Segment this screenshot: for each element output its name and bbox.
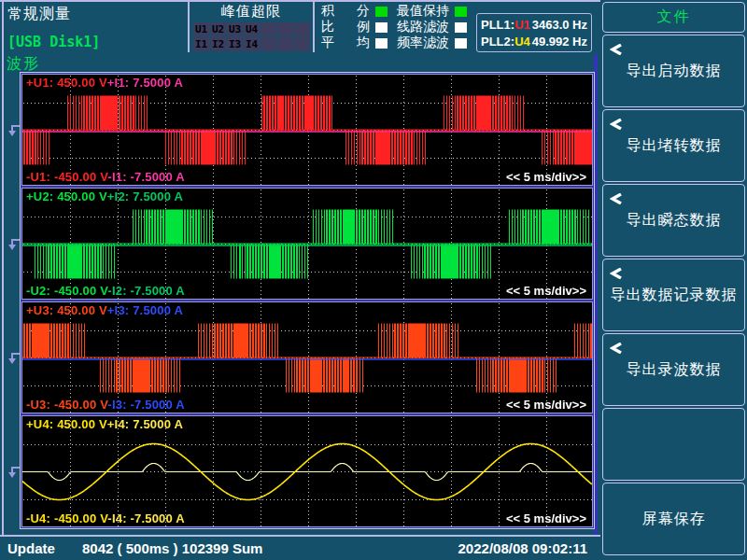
waveform-area: +U1: 450.00 V+I1: 7.5000 A-U1: -450.00 V…	[3, 72, 595, 529]
sidebar-button-label: 导出启动数据	[627, 62, 722, 81]
sidebar-button-屏幕保存[interactable]: 屏幕保存	[602, 483, 745, 555]
peak-cell-u3: U3	[227, 22, 243, 36]
toggle-column-right: 最值保持线路滤波频率滤波	[397, 5, 467, 52]
toggle-checkbox[interactable]	[455, 22, 467, 33]
channel-scale-label-top-u2i2: +U2: 450.00 V+I2: 7.5000 A	[26, 189, 183, 203]
chevron-left-icon	[610, 42, 623, 59]
channel-zero-marker-icon	[7, 351, 21, 366]
sidebar-button-导出录波数据[interactable]: 导出录波数据	[602, 333, 745, 406]
peak-cell-u4: U4	[244, 22, 260, 36]
pll2-value: 49.992 Hz	[532, 35, 587, 49]
channel-scale-label-bot-u2i2: -U2: -450.00 V-I2: -7.5000 A	[26, 284, 185, 298]
toggle-column-left: 积分比例平均	[321, 5, 388, 52]
waveform-panel-u3i3: +U3: 450.00 V+I3: 7.5000 A-U3: -450.00 V…	[21, 301, 593, 413]
peak-cell-empty	[294, 22, 310, 36]
channel-scale-label-bot-u3i3: -U3: -450.00 V-I3: -7.5000 A	[26, 398, 185, 412]
waveform-canvas-u4i4	[22, 416, 592, 526]
peak-cell-i2: I2	[210, 37, 226, 51]
pll2-source: U4	[514, 35, 530, 49]
chevron-left-icon	[610, 341, 623, 357]
waveform-panel-u2i2: +U2: 450.00 V+I2: 7.5000 A-U2: -450.00 V…	[21, 188, 593, 300]
toggle-checkbox[interactable]	[375, 38, 388, 49]
waveform-canvas-u1i1	[22, 75, 592, 185]
chevron-left-icon	[610, 191, 623, 208]
chevron-left-icon	[610, 117, 623, 133]
function-key-sidebar: 文件 导出启动数据导出堵转数据导出瞬态数据导出数据记录数据导出录波数据屏幕保存	[602, 2, 745, 557]
toggle-label: 最值保持	[397, 3, 449, 20]
peak-cell-i3: I3	[227, 37, 243, 51]
sidebar-button-导出数据记录数据[interactable]: 导出数据记录数据	[602, 259, 745, 331]
sidebar-button-label: 导出数据记录数据	[611, 286, 738, 305]
time-per-div-label: << 5 ms/div>>	[506, 170, 586, 184]
header-left-block: 常规测量 [USB Disk1]	[4, 2, 187, 52]
sidebar-menu-title[interactable]: 文件	[602, 2, 745, 33]
toggle-checkbox[interactable]	[455, 7, 467, 17]
sidebar-button-label: 屏幕保存	[642, 510, 706, 529]
channel-zero-marker-icon	[7, 237, 21, 252]
toggle-label: 平均	[321, 35, 370, 51]
toggle-checkbox[interactable]	[375, 7, 388, 17]
toggle-label: 频率滤波	[397, 35, 449, 51]
pll1-value: 3463.0 Hz	[532, 18, 587, 32]
toggle-row: 最值保持	[397, 5, 467, 18]
peak-indicator-row: U1U2U3U4	[192, 22, 312, 37]
peak-cell-empty	[277, 22, 293, 36]
toggle-checkbox[interactable]	[455, 38, 467, 49]
toggle-row: 线路滤波	[397, 21, 467, 34]
sidebar-button-导出启动数据[interactable]: 导出启动数据	[602, 35, 745, 107]
view-mode-label: 波形	[7, 54, 40, 74]
header-bar: 常规测量 [USB Disk1] 峰值超限 U1U2U3U4I1I2I3I4 积…	[4, 2, 600, 52]
channel-scale-label-bot-u1i1: -U1: -450.00 V-I1: -7.5000 A	[26, 170, 185, 184]
channel-zero-marker-icon	[7, 123, 21, 138]
sidebar-button-label: 导出录波数据	[627, 360, 722, 380]
channel-scale-label-top-u4i4: +U4: 450.00 V+I4: 7.5000 A	[26, 417, 183, 431]
toggle-row: 积分	[321, 5, 388, 18]
waveform-panel-u1i1: +U1: 450.00 V+I1: 7.5000 A-U1: -450.00 V…	[21, 74, 593, 186]
peak-indicator-grid: U1U2U3U4I1I2I3I4	[192, 22, 312, 52]
peak-cell-empty	[261, 22, 276, 36]
time-per-div-label: << 5 ms/div>>	[506, 284, 586, 298]
peak-cell-empty	[294, 37, 310, 51]
time-per-div-label: << 5 ms/div>>	[506, 511, 586, 525]
measure-mode-title: 常规测量	[7, 5, 183, 24]
peak-over-limit-block: 峰值超限 U1U2U3U4I1I2I3I4	[190, 2, 312, 52]
pll1-label: PLL1:	[481, 18, 514, 32]
waveform-panel-stack: +U1: 450.00 V+I1: 7.5000 A-U1: -450.00 V…	[20, 72, 595, 529]
sidebar-button-empty[interactable]	[602, 408, 745, 481]
status-bar: Update 8042 ( 500ms ) 102399 Sum 2022/08…	[0, 537, 600, 560]
toggle-label: 比例	[321, 19, 370, 35]
peak-cell-u1: U1	[193, 22, 209, 36]
usb-disk-status: [USB Disk1]	[7, 34, 183, 50]
sidebar-button-导出堵转数据[interactable]: 导出堵转数据	[602, 109, 745, 182]
channel-zero-marker-icon	[7, 465, 21, 480]
peak-cell-empty	[261, 37, 276, 51]
pll2-row: PLL2: U4 49.992 Hz	[481, 33, 587, 49]
sidebar-button-label: 导出瞬态数据	[627, 211, 722, 231]
update-label: Update	[7, 540, 55, 556]
peak-cell-i1: I1	[193, 37, 209, 51]
pll1-source: U1	[514, 18, 530, 32]
peak-indicator-row: I1I2I3I4	[192, 37, 312, 52]
waveform-panel-u4i4: +U4: 450.00 V+I4: 7.5000 A-U4: -450.00 V…	[21, 415, 593, 527]
waveform-canvas-u3i3	[22, 302, 592, 413]
time-per-div-label: << 5 ms/div>>	[506, 398, 586, 412]
toggle-label: 线路滤波	[397, 19, 449, 35]
peak-cell-empty	[277, 37, 293, 51]
toggle-row: 比例	[321, 21, 388, 34]
toggle-row: 平均	[321, 36, 388, 49]
peak-cell-i4: I4	[244, 37, 260, 51]
toggle-label: 积分	[321, 3, 370, 20]
peak-cell-u2: U2	[210, 22, 226, 36]
toggle-checkbox[interactable]	[375, 22, 388, 33]
header-separator	[313, 2, 315, 52]
waveform-canvas-u2i2	[22, 189, 592, 299]
sidebar-button-导出瞬态数据[interactable]: 导出瞬态数据	[602, 184, 745, 257]
measure-toggles-block: 积分比例平均 最值保持线路滤波频率滤波	[316, 2, 476, 52]
datetime-display: 2022/08/08 09:02:11	[458, 540, 587, 556]
pll-readout-box: PLL1: U1 3463.0 Hz PLL2: U4 49.992 Hz	[476, 13, 592, 52]
sidebar-button-label: 导出堵转数据	[627, 136, 722, 156]
channel-scale-label-top-u1i1: +U1: 450.00 V+I1: 7.5000 A	[26, 76, 183, 90]
pll1-row: PLL1: U1 3463.0 Hz	[481, 16, 587, 33]
pll2-label: PLL2:	[481, 35, 514, 49]
channel-scale-label-top-u3i3: +U3: 450.00 V+I3: 7.5000 A	[26, 303, 183, 317]
